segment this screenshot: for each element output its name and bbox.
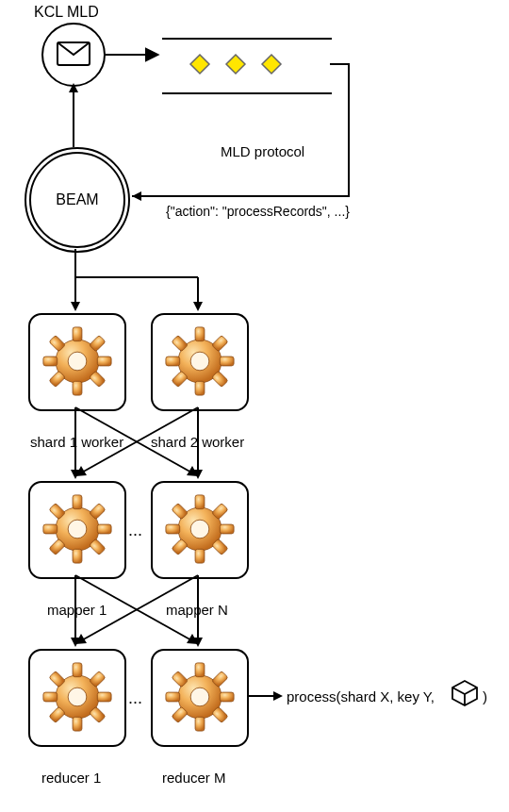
shard-2-worker-node — [151, 313, 249, 411]
stream-top-line — [162, 38, 332, 40]
svg-rect-82 — [195, 717, 205, 731]
mapper-n-label: mapper N — [166, 602, 228, 618]
shard-2-worker-label: shard 2 worker — [151, 434, 244, 450]
svg-marker-37 — [193, 470, 203, 479]
record-diamond-icon — [224, 53, 247, 78]
record-diamond-icon — [260, 53, 283, 78]
gear-icon — [39, 323, 116, 403]
svg-marker-35 — [71, 470, 80, 479]
stream-bottom-line — [162, 92, 332, 94]
beam-node: BEAM — [25, 147, 130, 253]
svg-marker-69 — [75, 634, 87, 644]
svg-rect-83 — [166, 692, 180, 702]
svg-marker-13 — [193, 302, 203, 311]
process-call-prefix: process(shard X, key Y, — [287, 688, 435, 704]
shard-1-worker-label: shard 1 worker — [30, 434, 123, 450]
svg-point-33 — [190, 352, 209, 371]
svg-rect-53 — [195, 494, 205, 508]
reducer-1-label: reducer 1 — [41, 770, 101, 786]
mld-protocol-label: MLD protocol — [221, 143, 304, 159]
svg-point-79 — [68, 688, 87, 706]
arrow-reducer-to-process — [245, 687, 283, 705]
svg-rect-16 — [73, 381, 82, 395]
beam-label: BEAM — [56, 191, 98, 208]
svg-rect-26 — [195, 381, 205, 395]
svg-rect-15 — [73, 326, 82, 340]
arrow-kcl-to-stream — [102, 45, 162, 64]
svg-rect-55 — [166, 524, 180, 534]
svg-rect-81 — [195, 662, 205, 676]
svg-rect-72 — [73, 717, 82, 731]
svg-point-23 — [68, 352, 87, 371]
svg-rect-71 — [73, 662, 82, 676]
svg-rect-43 — [73, 494, 82, 508]
kcl-mld-node — [41, 23, 106, 87]
svg-rect-54 — [195, 549, 205, 563]
svg-marker-39 — [187, 466, 198, 476]
svg-rect-18 — [97, 356, 111, 366]
svg-marker-65 — [193, 638, 203, 647]
gear-icon — [161, 658, 238, 738]
svg-marker-41 — [75, 466, 87, 476]
gear-icon — [161, 323, 238, 403]
mappers-ellipsis: ... — [128, 521, 142, 540]
stream-records — [189, 53, 283, 78]
reducer-1-node — [28, 649, 126, 747]
svg-rect-73 — [43, 692, 57, 702]
envelope-icon — [57, 41, 90, 69]
svg-marker-91 — [273, 691, 283, 701]
record-diamond-icon — [189, 53, 211, 78]
arrow-beam-to-kcl — [64, 83, 83, 149]
svg-marker-2 — [226, 55, 245, 74]
svg-marker-63 — [71, 638, 80, 647]
svg-point-61 — [190, 520, 209, 539]
cube-icon — [451, 679, 479, 707]
svg-rect-45 — [43, 524, 57, 534]
split-beam-to-workers — [38, 249, 226, 315]
process-call-suffix: ) — [483, 688, 487, 704]
svg-rect-44 — [73, 549, 82, 563]
svg-rect-25 — [195, 326, 205, 340]
gear-icon — [161, 490, 238, 571]
reducer-m-node — [151, 649, 249, 747]
reducer-m-label: reducer M — [162, 770, 226, 786]
svg-marker-3 — [262, 55, 281, 74]
diagram-title: KCL MLD — [34, 4, 99, 21]
mapper-1-node — [28, 481, 126, 579]
svg-rect-28 — [220, 356, 234, 366]
svg-rect-17 — [43, 356, 57, 366]
svg-rect-84 — [220, 692, 234, 702]
arrow-stream-to-beam — [113, 64, 358, 215]
mapper-1-label: mapper 1 — [47, 602, 107, 618]
svg-marker-11 — [71, 302, 80, 311]
svg-rect-56 — [220, 524, 234, 534]
svg-marker-5 — [132, 191, 141, 201]
svg-rect-27 — [166, 356, 180, 366]
reducers-ellipsis: ... — [128, 688, 142, 708]
action-json-label: {"action": "processRecords", ...} — [166, 204, 350, 219]
shard-1-worker-node — [28, 313, 126, 411]
svg-marker-67 — [187, 634, 198, 644]
svg-rect-74 — [97, 692, 111, 702]
gear-icon — [39, 490, 116, 571]
svg-marker-1 — [190, 55, 209, 74]
gear-icon — [39, 658, 116, 738]
svg-point-51 — [68, 520, 87, 539]
svg-point-89 — [190, 688, 209, 706]
svg-rect-46 — [97, 524, 111, 534]
mapper-n-node — [151, 481, 249, 579]
